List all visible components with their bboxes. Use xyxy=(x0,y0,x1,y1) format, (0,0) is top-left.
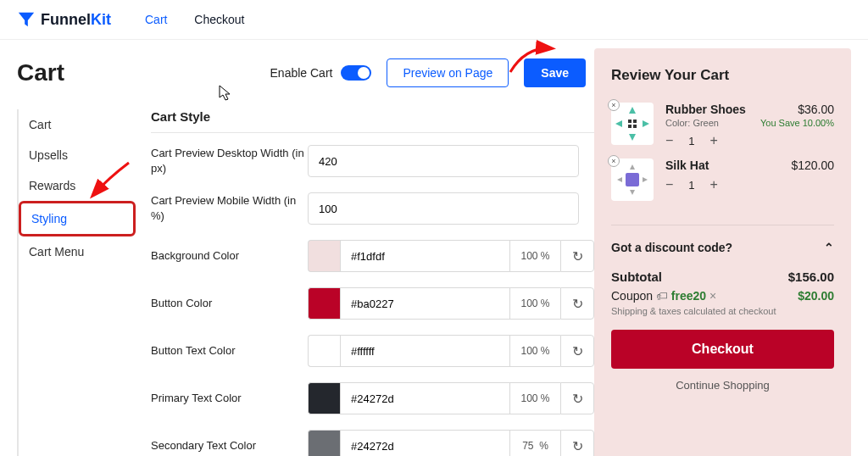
btn-text-color-hex[interactable] xyxy=(340,335,509,367)
cart-preview-title: Review Your Cart xyxy=(611,67,834,84)
btn-text-color-pct[interactable] xyxy=(509,335,560,367)
coupon-label: Coupon xyxy=(611,289,653,303)
discount-toggle[interactable]: Got a discount code? ⌃ xyxy=(611,225,834,254)
btn-text-color-label: Button Text Color xyxy=(151,343,308,359)
svg-rect-5 xyxy=(633,120,637,123)
remove-item-button[interactable]: × xyxy=(608,155,620,167)
cart-item: × Rubber Shoes $36.00 Color: Green You S… xyxy=(611,103,834,148)
btn-text-color-swatch[interactable] xyxy=(308,335,340,367)
mobile-width-input[interactable] xyxy=(308,192,579,225)
svg-rect-6 xyxy=(628,125,632,128)
refresh-icon: ↻ xyxy=(572,438,583,454)
btn-color-pct[interactable] xyxy=(509,287,560,320)
continue-shopping-link[interactable]: Continue Shopping xyxy=(611,379,834,392)
svg-marker-11 xyxy=(617,177,622,182)
item-save: You Save 10.00% xyxy=(760,118,834,128)
item-name: Rubber Shoes xyxy=(665,103,746,116)
subtotal-label: Subtotal xyxy=(611,270,662,284)
secondary-text-label: Secondary Text Color xyxy=(151,438,308,453)
primary-text-reset[interactable]: ↻ xyxy=(560,382,594,414)
btn-color-reset[interactable]: ↻ xyxy=(560,287,594,320)
primary-text-label: Primary Text Color xyxy=(151,391,308,406)
enable-cart-label: Enable Cart xyxy=(270,66,333,80)
primary-text-swatch[interactable] xyxy=(308,382,340,414)
btn-color-swatch[interactable] xyxy=(308,287,340,320)
item-price: $36.00 xyxy=(798,103,834,116)
svg-rect-8 xyxy=(626,173,639,186)
btn-color-hex[interactable] xyxy=(340,287,509,320)
bg-color-reset[interactable]: ↻ xyxy=(560,240,594,272)
cart-item: × Silk Hat $120.00 − 1 + xyxy=(611,158,834,201)
brand-part1: Funnel xyxy=(41,11,91,29)
svg-marker-1 xyxy=(629,134,636,141)
svg-marker-12 xyxy=(643,177,648,182)
enable-cart-toggle[interactable] xyxy=(341,65,371,81)
qty-minus-button[interactable]: − xyxy=(665,177,673,192)
subtotal-value: $156.00 xyxy=(788,270,834,284)
remove-item-button[interactable]: × xyxy=(608,99,620,111)
shipping-note: Shipping & taxes calculated at checkout xyxy=(611,306,834,316)
item-variant: Color: Green xyxy=(665,118,719,128)
discount-label: Got a discount code? xyxy=(611,241,732,254)
bg-color-swatch[interactable] xyxy=(308,240,340,272)
annotation-arrow-icon xyxy=(509,38,559,81)
qty-value: 1 xyxy=(688,135,694,147)
coupon-code: free20 xyxy=(671,289,706,303)
bg-color-hex[interactable] xyxy=(340,240,509,272)
item-name: Silk Hat xyxy=(665,158,709,172)
primary-text-pct[interactable] xyxy=(509,382,560,414)
btn-color-label: Button Color xyxy=(151,296,308,311)
primary-text-hex[interactable] xyxy=(340,382,509,414)
qty-plus-button[interactable]: + xyxy=(710,133,718,148)
item-price: $120.00 xyxy=(791,158,834,172)
logo: FunnelKit xyxy=(17,10,111,29)
svg-rect-7 xyxy=(633,125,637,128)
sidebar-item-cart-menu[interactable]: Cart Menu xyxy=(19,236,136,267)
svg-rect-4 xyxy=(628,120,632,123)
secondary-text-reset[interactable]: ↻ xyxy=(560,430,594,456)
bg-color-pct[interactable] xyxy=(509,240,560,272)
secondary-text-swatch[interactable] xyxy=(308,430,340,456)
secondary-text-hex[interactable] xyxy=(340,430,509,456)
mobile-width-label: Cart Preview Mobile Width (in %) xyxy=(151,193,308,223)
secondary-text-pct[interactable] xyxy=(509,430,560,456)
desktop-width-input[interactable] xyxy=(308,145,579,177)
remove-coupon-button[interactable]: × xyxy=(709,289,716,303)
btn-text-color-reset[interactable]: ↻ xyxy=(560,335,594,367)
qty-minus-button[interactable]: − xyxy=(665,133,673,148)
refresh-icon: ↻ xyxy=(572,391,583,407)
qty-plus-button[interactable]: + xyxy=(710,177,718,192)
section-title: Cart Style xyxy=(151,109,594,133)
svg-marker-2 xyxy=(615,120,622,127)
sidebar-item-cart[interactable]: Cart xyxy=(19,109,136,140)
svg-marker-0 xyxy=(629,107,636,114)
page-title: Cart xyxy=(17,59,64,86)
svg-marker-3 xyxy=(643,120,649,127)
chevron-up-icon: ⌃ xyxy=(824,241,834,254)
svg-marker-9 xyxy=(630,164,635,170)
desktop-width-label: Cart Preview Desktop Width (in px) xyxy=(151,146,308,175)
refresh-icon: ↻ xyxy=(572,343,583,359)
topnav-cart[interactable]: Cart xyxy=(145,13,167,26)
refresh-icon: ↻ xyxy=(572,248,583,264)
brand-part2: Kit xyxy=(91,11,111,29)
annotation-arrow-icon xyxy=(85,161,136,212)
svg-marker-10 xyxy=(630,190,635,195)
checkout-button[interactable]: Checkout xyxy=(611,330,834,369)
coupon-amount: $20.00 xyxy=(798,289,834,303)
bg-color-label: Background Color xyxy=(151,248,308,264)
preview-on-page-button[interactable]: Preview on Page xyxy=(387,58,509,87)
topnav-checkout[interactable]: Checkout xyxy=(194,13,244,26)
tag-icon: 🏷 xyxy=(656,289,671,303)
refresh-icon: ↻ xyxy=(572,296,583,312)
qty-value: 1 xyxy=(688,179,694,192)
